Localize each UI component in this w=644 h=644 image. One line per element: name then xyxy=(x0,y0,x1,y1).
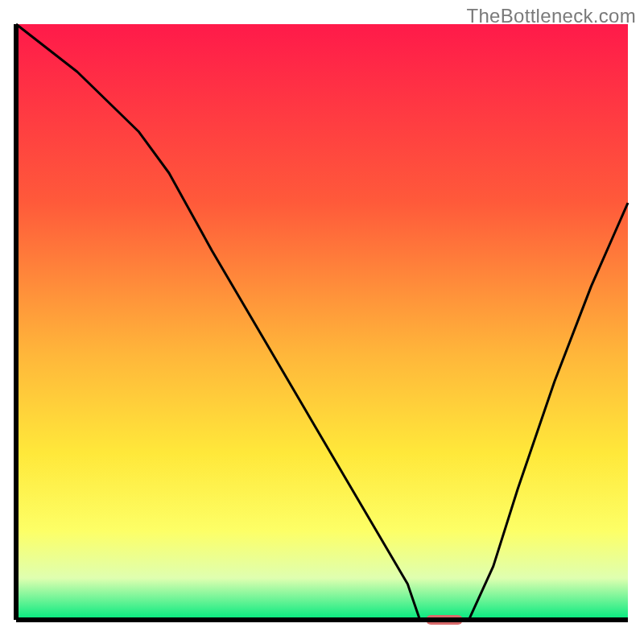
svg-rect-0 xyxy=(16,24,628,620)
bottleneck-chart xyxy=(0,0,644,644)
watermark: TheBottleneck.com xyxy=(466,5,636,27)
chart-container: TheBottleneck.com xyxy=(0,0,644,644)
